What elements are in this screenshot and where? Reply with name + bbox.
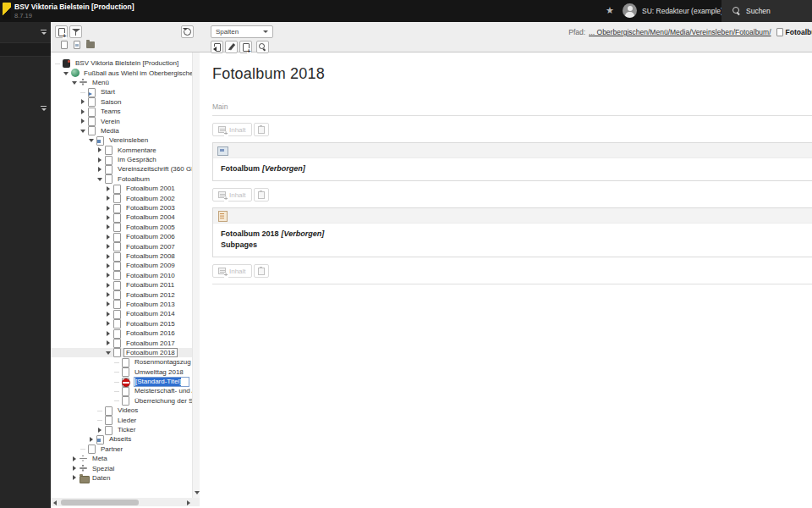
site-title[interactable]: BSV Viktoria Bielstein [Production] <box>14 3 134 11</box>
drag-new-page-icon[interactable] <box>61 41 68 49</box>
tree-horizontal-scrollbar[interactable] <box>51 498 200 506</box>
content-element-header[interactable] <box>213 208 812 223</box>
tree-item[interactable]: Fotoalbum 2008 <box>51 251 192 261</box>
search-button[interactable] <box>256 41 269 53</box>
tree-title-edit-input[interactable]: [Standard-Titel] <box>134 377 189 387</box>
tree-item[interactable]: Saison <box>51 97 192 107</box>
tree-expander-icon[interactable] <box>105 204 112 212</box>
scroll-down-icon[interactable] <box>195 491 200 494</box>
paste-content-button[interactable] <box>254 123 269 136</box>
tree-item[interactable]: Im Gespräch <box>51 155 192 164</box>
avatar-icon[interactable] <box>623 3 637 18</box>
tree-item[interactable]: Fotoalbum 2014 <box>51 309 192 318</box>
edit-page-button[interactable] <box>225 41 238 53</box>
tree-item[interactable]: Fotoalbum <box>51 174 192 184</box>
content-element-header[interactable] <box>213 143 812 157</box>
tree-item[interactable]: Start <box>51 87 192 97</box>
scroll-left-icon[interactable] <box>53 500 57 505</box>
scroll-right-icon[interactable] <box>187 500 190 505</box>
content-element[interactable]: Fotoalbum 2018[Verborgen]Subpages <box>212 207 812 257</box>
tree-expander-icon[interactable] <box>71 474 79 482</box>
tree-item[interactable]: Überreichung der Schü <box>51 396 192 406</box>
tree-expander-icon[interactable] <box>88 136 96 144</box>
tree-item[interactable]: [Standard-Titel] <box>51 377 192 386</box>
tree-item[interactable]: Fotoalbum 2015 <box>51 319 192 329</box>
tree-item[interactable]: Fotoalbum 2010 <box>51 271 192 280</box>
new-page-button[interactable] <box>239 41 252 53</box>
path-link[interactable]: ... Oberbergischen/Menü/Media/Vereinsleb… <box>589 28 771 36</box>
tree-item[interactable]: Meisterschaft- und Auf <box>51 386 192 395</box>
tree-expander-icon[interactable] <box>80 127 87 135</box>
tree-expander-icon[interactable] <box>71 455 79 462</box>
tree-item[interactable]: Umwelttag 2018 <box>51 367 192 377</box>
tree-item[interactable]: Fotoalbum 2018 <box>51 348 192 357</box>
content-element[interactable]: Fotoalbum[Verborgen] <box>212 142 812 181</box>
tree-expander-icon[interactable] <box>71 465 79 472</box>
tree-expander-icon[interactable] <box>71 79 79 86</box>
global-search[interactable]: Suchen <box>721 0 812 22</box>
tree-item[interactable]: Fotoalbum 2002 <box>51 193 192 202</box>
tree-item[interactable]: Rosenmontagszug 201 <box>51 357 192 367</box>
filter-button[interactable] <box>69 25 82 38</box>
tree-item[interactable]: Fotoalbum 2012 <box>51 290 192 299</box>
tree-expander-icon[interactable] <box>105 213 112 221</box>
tree-item[interactable]: Fotoalbum 2009 <box>51 261 192 270</box>
tree-item[interactable]: Daten <box>51 473 192 483</box>
tree-item[interactable]: Videos <box>51 406 192 415</box>
tree-expander-icon[interactable] <box>80 98 87 106</box>
tree-item[interactable]: Fotoalbum 2001 <box>51 184 192 193</box>
paste-content-button[interactable] <box>254 264 269 278</box>
tree-item[interactable]: Fotoalbum 2013 <box>51 300 192 309</box>
new-page-button[interactable] <box>55 25 68 38</box>
chevron-expand-icon[interactable] <box>40 105 47 112</box>
tree-item[interactable]: Ticker <box>51 425 192 434</box>
tree-expander-icon[interactable] <box>80 108 87 115</box>
refresh-button[interactable] <box>181 25 194 38</box>
tree-item[interactable]: Fotoalbum 2007 <box>51 241 192 251</box>
tree-item[interactable]: BSV Viktoria Bielstein [Production] <box>51 58 192 68</box>
tree-item[interactable]: Abseits <box>51 434 192 444</box>
add-content-button[interactable]: Inhalt <box>212 188 252 202</box>
tree-expander-icon[interactable] <box>105 329 112 337</box>
drag-new-folder-icon[interactable] <box>86 41 95 48</box>
tree-item[interactable]: Fotoalbum 2003 <box>51 203 192 213</box>
add-content-button[interactable]: Inhalt <box>212 264 252 278</box>
tree-vertical-scrollbar[interactable] <box>192 52 200 498</box>
tree-item[interactable]: Vereinszeitschrift (360 GRA <box>51 164 192 174</box>
paste-content-button[interactable] <box>254 188 269 202</box>
tree-item[interactable]: Meta <box>51 454 192 463</box>
tree-expander-icon[interactable] <box>105 272 112 279</box>
columns-select[interactable]: Spalten <box>211 25 273 38</box>
tree-item[interactable]: Media <box>51 126 192 135</box>
tree-item[interactable]: Fotoalbum 2011 <box>51 280 192 290</box>
username-menu[interactable]: SU: Redakteur (example) <box>642 7 723 15</box>
tree-item[interactable]: Partner <box>51 444 192 454</box>
tree-expander-icon[interactable] <box>105 243 112 251</box>
tree-expander-icon[interactable] <box>105 349 112 356</box>
tree-expander-icon[interactable] <box>105 185 112 192</box>
tree-expander-icon[interactable] <box>105 252 112 260</box>
tree-item[interactable]: Kommentare <box>51 146 192 155</box>
tree-expander-icon[interactable] <box>105 195 112 202</box>
tree-item[interactable]: Fotoalbum 2017 <box>51 338 192 347</box>
tree-expander-icon[interactable] <box>96 146 104 154</box>
tree-expander-icon[interactable] <box>96 156 104 163</box>
tree-item[interactable]: Teams <box>51 107 192 116</box>
tree-expander-icon[interactable] <box>63 69 70 77</box>
tree-expander-icon[interactable] <box>105 233 112 240</box>
tree-expander-icon[interactable] <box>80 118 87 125</box>
tree-expander-icon[interactable] <box>105 301 112 308</box>
active-module-band[interactable] <box>0 42 51 57</box>
tree-item[interactable]: Menü <box>51 78 192 87</box>
tree-expander-icon[interactable] <box>88 435 96 443</box>
tree-item[interactable]: Fotoalbum 2006 <box>51 232 192 241</box>
tree-item[interactable]: Spezial <box>51 463 192 472</box>
star-icon[interactable]: ★ <box>606 4 614 16</box>
tree-expander-icon[interactable] <box>105 224 112 231</box>
tree-expander-icon[interactable] <box>96 426 104 433</box>
tree-expander-icon[interactable] <box>105 320 112 328</box>
tree-expander-icon[interactable] <box>105 262 112 269</box>
bookmark-page-button[interactable] <box>211 41 223 53</box>
tree-item[interactable]: Fotoalbum 2004 <box>51 213 192 222</box>
scrollbar-thumb[interactable] <box>61 500 139 505</box>
